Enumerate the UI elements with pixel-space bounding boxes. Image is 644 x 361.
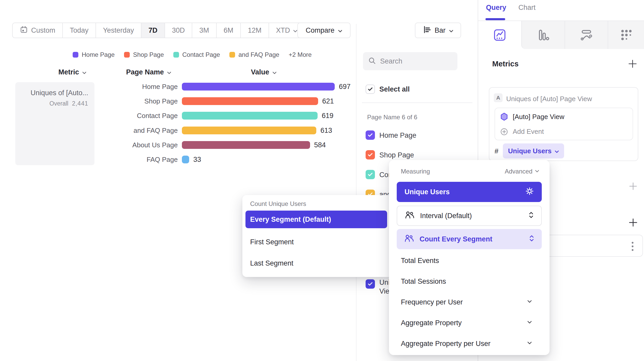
range-custom-button[interactable]: Custom: [13, 23, 63, 38]
segment-checkbox[interactable]: [366, 150, 375, 159]
tab-retention[interactable]: [608, 21, 644, 49]
legend-swatch: [173, 52, 179, 58]
chart-type-button[interactable]: Bar: [415, 23, 461, 38]
add-event-label: Add Event: [513, 128, 544, 136]
gear-icon[interactable]: [525, 187, 534, 197]
chevron-down-icon[interactable]: [527, 341, 532, 346]
range-label: 6M: [224, 26, 234, 34]
chevron-down-icon: [338, 26, 342, 34]
row-label: Shop Page: [94, 97, 178, 105]
column-label: Page Name: [126, 68, 164, 76]
plus-icon: [628, 181, 638, 191]
menu-option-frequency-per-user[interactable]: Frequency per User: [401, 298, 463, 306]
check-icon: [368, 153, 373, 157]
segment-checkbox[interactable]: [366, 279, 375, 289]
menu-option-first-segment[interactable]: First Segment: [250, 238, 294, 246]
chart-type-label: Bar: [435, 26, 446, 34]
row-label: Contact Page: [94, 112, 178, 120]
menu-option-aggregate-property-per-user[interactable]: Aggregate Property per User: [401, 340, 490, 348]
legend-more-button[interactable]: +2 More: [289, 51, 312, 58]
menu-option-total-sessions[interactable]: Total Sessions: [401, 277, 446, 286]
tab-flows[interactable]: [565, 21, 608, 49]
tab-chart[interactable]: Chart: [518, 4, 536, 12]
bar-faq-page[interactable]: [182, 156, 189, 163]
metric-column-header[interactable]: Metric: [58, 68, 86, 76]
bar-contact-page[interactable]: [182, 112, 318, 120]
range-30d-button[interactable]: 30D: [165, 23, 193, 38]
event-hexagon-icon: [500, 113, 508, 121]
active-tab-underline: [485, 18, 505, 20]
menu-option-unique-users[interactable]: Unique Users: [397, 182, 542, 202]
legend-swatch: [229, 52, 235, 58]
advanced-toggle[interactable]: Advanced: [505, 168, 539, 175]
chevron-down-icon[interactable]: [527, 320, 532, 325]
people-icon: [405, 211, 414, 221]
table-row: Shop Page 621: [0, 97, 356, 105]
value-column-header[interactable]: Value: [251, 68, 277, 76]
range-12m-button[interactable]: 12M: [241, 23, 269, 38]
measurement-pill-label: Unique Users: [508, 147, 552, 155]
event-row[interactable]: [Auto] Page View: [500, 113, 564, 121]
bar-and-faq-page[interactable]: [182, 127, 316, 134]
menu-option-aggregate-property[interactable]: Aggregate Property: [401, 319, 462, 327]
segment-checkbox[interactable]: [366, 170, 375, 179]
chevron-down-icon[interactable]: [527, 300, 532, 304]
range-yesterday-button[interactable]: Yesterday: [96, 23, 141, 38]
tab-query[interactable]: Query: [486, 4, 506, 12]
bar-value: 619: [322, 112, 333, 120]
measurement-pill[interactable]: Unique Users: [503, 143, 564, 158]
bar-home-page[interactable]: [182, 83, 335, 91]
row-label: and FAQ Page: [94, 127, 178, 134]
tab-insights[interactable]: [478, 21, 521, 49]
legend-item[interactable]: and FAQ Page: [229, 51, 279, 58]
menu-option-total-events[interactable]: Total Events: [401, 257, 439, 265]
insights-report-page: Custom Today Yesterday 7D 30D 3M 6M 12M …: [0, 0, 644, 361]
add-filter-button[interactable]: [628, 181, 638, 192]
legend-item[interactable]: Contact Page: [173, 51, 220, 58]
segment-search: [363, 52, 457, 70]
kebab-menu-icon[interactable]: [631, 241, 634, 253]
horizontal-bar-chart-icon: [423, 25, 431, 36]
circle-plus-icon: [500, 128, 508, 136]
range-today-button[interactable]: Today: [63, 23, 96, 38]
row-label: About Us Page: [94, 141, 178, 149]
range-label: 30D: [172, 26, 185, 34]
range-label: Yesterday: [103, 26, 134, 34]
metrics-section-header: Metrics: [492, 60, 519, 68]
chevron-down-icon: [167, 68, 171, 76]
legend-item[interactable]: Shop Page: [124, 51, 164, 58]
table-row: FAQ Page 33: [0, 156, 356, 163]
legend-item[interactable]: Home Page: [73, 51, 115, 58]
check-icon: [368, 282, 373, 286]
chevron-down-icon: [82, 68, 86, 76]
legend-swatch: [73, 52, 78, 58]
tab-funnels[interactable]: [521, 21, 565, 49]
page-name-column-header[interactable]: Page Name: [126, 68, 171, 76]
bar-about-us-page[interactable]: [182, 141, 310, 149]
table-row: About Us Page 584: [0, 141, 356, 149]
range-6m-button[interactable]: 6M: [217, 23, 241, 38]
range-label: XTD: [276, 26, 290, 34]
compare-button[interactable]: Compare: [297, 23, 351, 38]
select-all-checkbox[interactable]: [366, 85, 375, 94]
menu-option-last-segment[interactable]: Last Segment: [250, 259, 293, 267]
range-7d-button[interactable]: 7D: [141, 23, 165, 38]
add-breakdown-button[interactable]: [628, 217, 638, 229]
add-metric-button[interactable]: [627, 59, 638, 70]
check-icon: [368, 87, 373, 91]
count-every-segment-row[interactable]: Count Every Segment: [397, 229, 542, 249]
bar-shop-page[interactable]: [182, 97, 318, 105]
interval-selector-row[interactable]: Interval (Default): [397, 206, 542, 226]
menu-option-every-segment[interactable]: Every Segment (Default): [245, 211, 387, 228]
funnel-bars-icon: [537, 29, 550, 41]
metric-series-badge: A: [494, 93, 503, 102]
search-input[interactable]: [380, 57, 450, 65]
menu-title: Measuring: [401, 168, 430, 175]
range-label: 7D: [148, 26, 157, 34]
range-3m-button[interactable]: 3M: [192, 23, 217, 38]
segment-checkbox[interactable]: [366, 130, 375, 140]
bar-value: 33: [193, 156, 201, 163]
option-label: Unique Users: [405, 188, 519, 196]
chevron-down-icon: [272, 68, 277, 76]
add-event-row[interactable]: Add Event: [500, 128, 544, 136]
